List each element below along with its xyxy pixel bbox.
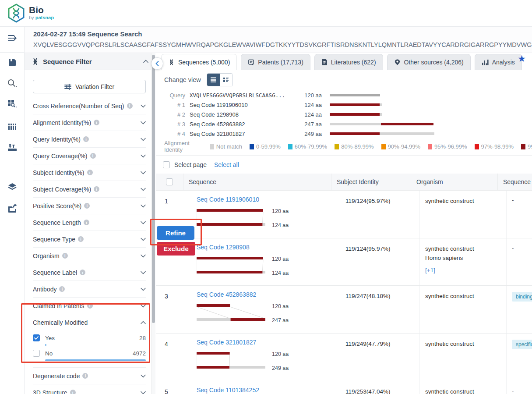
info-icon: i xyxy=(84,220,89,225)
dna-icon xyxy=(32,58,39,65)
seq-code-link[interactable]: Seq Code 1298908 xyxy=(197,244,250,251)
legend-item: 0-59.99% xyxy=(250,143,281,150)
legend-item: 90%-94.99% xyxy=(381,143,420,150)
filter-item[interactable]: Cross Reference(Number of Seq)i xyxy=(33,98,146,114)
no-checkbox[interactable] xyxy=(33,350,40,357)
select-page-checkbox[interactable] xyxy=(163,161,170,168)
overview-row-2: # 2Seq Code 1298908124 aa xyxy=(164,110,532,119)
filter-item[interactable]: Query Identity(%)i xyxy=(33,131,146,148)
filter-item[interactable]: Sequence Lengthi xyxy=(33,214,146,231)
filter-scrollbar[interactable] xyxy=(151,53,155,394)
filter-item[interactable]: Subject Coverage(%)i xyxy=(33,181,146,198)
chevron-up-icon xyxy=(141,321,146,324)
alignment-mini-chart: 120 aa247 aa xyxy=(197,303,306,324)
variation-filter-button[interactable]: Variation Filter xyxy=(33,80,146,93)
seq-code-link[interactable]: Seq Code 321801827 xyxy=(197,339,256,346)
filter-item[interactable]: Sequence Typei xyxy=(33,231,146,248)
change-view-label: Change view xyxy=(164,76,201,83)
tab-literatures[interactable]: Literatures (622) xyxy=(314,54,383,70)
left-nav-rail xyxy=(0,27,25,394)
alignment-legend-items: Not match0-59.99%60%-79.99%80%-89.99%90%… xyxy=(210,143,532,150)
filter-items: Cross Reference(Number of Seq)i Alignmen… xyxy=(33,98,146,314)
chevron-down-icon xyxy=(141,374,146,378)
batch-search-icon[interactable] xyxy=(7,98,18,110)
filter-item[interactable]: Positive Score(%)i xyxy=(33,198,146,214)
info-icon: i xyxy=(94,186,99,192)
info-icon: i xyxy=(87,170,93,175)
tab-patents[interactable]: Patents (17,713) xyxy=(241,54,310,70)
alignment-overview: QueryXVQLVESGGGVVQPGRSLRLSCAASG...120 aa… xyxy=(156,89,532,156)
collapse-menu-icon[interactable] xyxy=(7,32,18,44)
legend-swatch xyxy=(428,144,432,149)
legend-title: Alignment Identity xyxy=(164,140,190,153)
export-icon[interactable] xyxy=(7,202,18,214)
alignment-mini-chart: 120 aa124 aa xyxy=(197,256,306,277)
chevron-down-icon xyxy=(141,304,146,308)
seq-code-link[interactable]: Seq Code 1101384252 xyxy=(197,387,259,394)
sequence-filter-panel: Sequence Filter Variation Filter Cross R… xyxy=(25,53,155,394)
chevron-down-icon xyxy=(141,188,146,191)
tab-other-sources[interactable]: Other sources (4,206) xyxy=(387,54,471,70)
info-icon: i xyxy=(84,203,90,209)
filter-item[interactable]: Alignment Identity(%)i xyxy=(33,114,146,131)
legend-item: 95%-96.99% xyxy=(428,143,467,150)
legend-item: 80%-89.99% xyxy=(335,143,373,150)
query-sequence-text: XVQLVESGGGVVQPGRSLRLSCAASGFAFSSYGMHWVRQA… xyxy=(33,41,532,48)
filter-item[interactable]: Sequence Labeli xyxy=(33,264,146,281)
search-icon[interactable] xyxy=(7,78,18,89)
filter-item[interactable]: Antibodyi xyxy=(33,281,146,298)
seq-code-link[interactable]: Seq Code 1191906010 xyxy=(197,196,259,203)
filter-item[interactable]: Degenerate codei xyxy=(33,368,146,384)
filter-item[interactable]: Organismi xyxy=(33,248,146,264)
tab-analysis[interactable]: Analysis xyxy=(475,54,522,70)
results-table: Sequence Subject Identity Organism Seque… xyxy=(156,174,532,394)
list-view-button[interactable] xyxy=(207,74,220,86)
chevron-down-icon xyxy=(141,138,146,141)
overview-bar xyxy=(330,113,382,116)
database-icon[interactable] xyxy=(7,181,18,193)
patent-icon xyxy=(248,59,254,66)
sequence-label-tag: specific reg xyxy=(512,340,532,349)
legend-item: 60%-79.99% xyxy=(288,143,327,150)
alignment-mini-chart: 120 aa124 aa xyxy=(197,208,306,229)
saved-search-icon[interactable] xyxy=(7,57,18,68)
app-logo[interactable]: Bio by patsnap xyxy=(7,4,54,23)
tab-sequences[interactable]: Sequences (5,000) xyxy=(161,54,237,70)
info-icon: i xyxy=(80,270,85,275)
card-view-button[interactable] xyxy=(220,74,233,86)
workbench-icon[interactable] xyxy=(7,142,18,153)
filter-panel-header[interactable]: Sequence Filter xyxy=(25,53,155,70)
refine-button[interactable]: Refine xyxy=(157,226,194,240)
search-title: 2024-02-27 15:49 Sequence Search xyxy=(33,30,142,38)
card-view-icon xyxy=(223,77,229,82)
search-header: 2024-02-27 15:49 Sequence Search XVQLVES… xyxy=(25,27,532,53)
filter-item[interactable]: 3D Structurei xyxy=(33,384,146,394)
view-toolbar: Change view xyxy=(156,70,532,89)
chevron-down-icon xyxy=(141,238,146,241)
yes-checkbox[interactable] xyxy=(33,334,40,341)
results-area: Sequences (5,000) Patents (17,713) Liter… xyxy=(156,53,532,394)
more-organisms-link[interactable]: [+1] xyxy=(425,266,435,275)
favorite-star-icon[interactable]: ★ xyxy=(518,53,526,64)
exclude-button[interactable]: Exclude xyxy=(157,242,195,256)
info-icon: i xyxy=(90,153,96,159)
literature-icon xyxy=(321,59,328,66)
legend-swatch xyxy=(475,144,479,149)
chevron-down-icon xyxy=(141,121,146,124)
chevron-down-icon xyxy=(141,221,146,224)
overview-bar xyxy=(330,132,434,135)
logo-subtitle: by patsnap xyxy=(29,15,54,20)
filter-item-chemically-modified-header[interactable]: Chemically Modified xyxy=(33,314,146,330)
chevron-down-icon xyxy=(141,254,146,258)
svg-text:120 aa: 120 aa xyxy=(272,208,289,214)
filter-item[interactable]: Subject Identity(%)i xyxy=(33,164,146,181)
collapse-panel-button[interactable] xyxy=(151,57,163,70)
select-all-link[interactable]: Select all xyxy=(214,161,239,168)
filter-item[interactable]: Claimed in Patentsi xyxy=(33,298,146,314)
filter-item[interactable]: Query Coverage(%)i xyxy=(33,148,146,164)
scrollbar-thumb[interactable] xyxy=(152,55,155,323)
sequence-columns-icon[interactable] xyxy=(7,121,18,133)
seq-code-link[interactable]: Seq Code 452863882 xyxy=(197,291,256,298)
chevron-down-icon xyxy=(141,154,146,158)
header-checkbox[interactable] xyxy=(166,178,173,185)
